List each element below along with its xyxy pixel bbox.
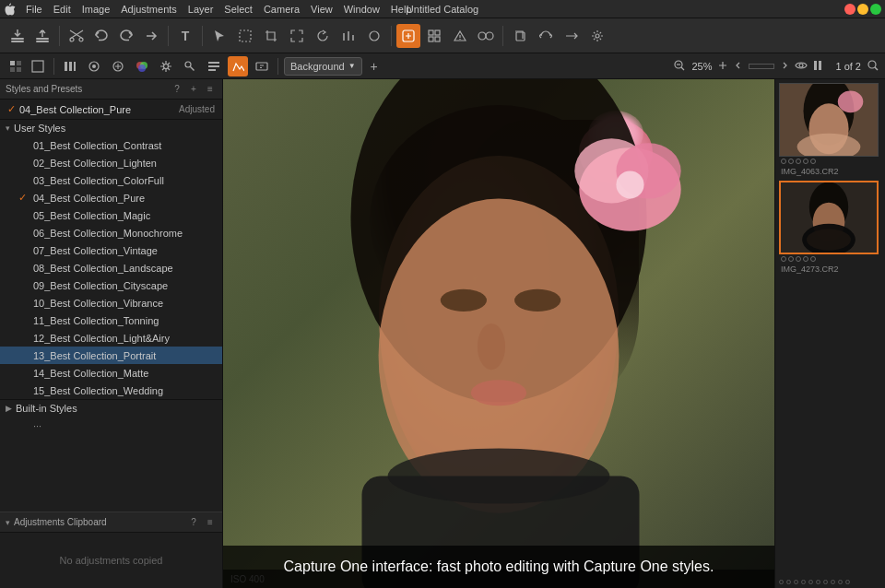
list-item[interactable]: 11_Best Collection_Tonning (0, 312, 222, 329)
zoom-in-icon[interactable] (717, 60, 728, 73)
zoom-out-icon[interactable] (673, 59, 686, 74)
styles-presets-section: Styles and Presets ? + ≡ ✓ 04_Best Colle… (0, 79, 222, 512)
svg-rect-35 (208, 65, 219, 67)
tab-metadata[interactable] (204, 56, 224, 76)
sync-tool[interactable] (534, 24, 558, 48)
export2-tool[interactable] (560, 24, 584, 48)
tab-details[interactable] (180, 56, 200, 76)
forward-button[interactable] (139, 24, 163, 48)
menu-select[interactable]: Select (218, 0, 258, 18)
tab-single-view[interactable] (28, 56, 48, 76)
film-dot (803, 159, 808, 164)
list-item-selected[interactable]: 13_Best Collection_Portrait (0, 347, 222, 364)
rotate-tool[interactable] (311, 24, 335, 48)
list-item[interactable]: 06_Best Collection_Monochrome (0, 224, 222, 241)
menu-window[interactable]: Window (338, 0, 385, 18)
tab-capture[interactable] (84, 56, 104, 76)
menu-camera[interactable]: Camera (258, 0, 305, 18)
clipboard-header[interactable]: ▾ Adjustments Clipboard ? ≡ (0, 512, 222, 533)
nav-dot (838, 580, 843, 584)
styles-help-icon[interactable]: ? (171, 83, 183, 96)
clipboard-help-icon[interactable]: ? (187, 516, 200, 529)
redo-button[interactable] (114, 24, 138, 48)
transform-tool[interactable] (285, 24, 309, 48)
warn-tool[interactable] (448, 24, 472, 48)
menu-image[interactable]: Image (77, 0, 116, 18)
list-item[interactable]: 01_Best Collection_Contrast (0, 136, 222, 154)
svg-point-59 (838, 91, 863, 113)
cursor-tool[interactable] (207, 24, 231, 48)
film-thumb-1[interactable] (779, 83, 879, 157)
list-item[interactable]: 09_Best Collection_Cityscape (0, 276, 222, 294)
styles-menu-icon[interactable]: ≡ (204, 83, 217, 96)
menu-view[interactable]: View (305, 0, 338, 18)
clipboard-menu-icon[interactable]: ≡ (204, 516, 217, 529)
film-thumb-2[interactable] (779, 181, 879, 254)
eye-icon[interactable] (795, 61, 808, 72)
background-selector[interactable]: Background ▼ (284, 57, 362, 76)
list-item[interactable]: ✓ 04_Best Collection_Pure (0, 189, 222, 206)
search-icon[interactable] (867, 59, 879, 74)
circle-tool[interactable] (362, 24, 386, 48)
menu-adjustments[interactable]: Adjustments (115, 0, 183, 18)
minimize-button[interactable] (857, 4, 868, 15)
svg-rect-20 (10, 67, 15, 72)
menu-file[interactable]: File (20, 0, 48, 18)
list-item[interactable]: 15_Best Collection_Wedding (0, 382, 222, 399)
current-preset-row[interactable]: ✓ 04_Best Collection_Pure Adjusted (0, 100, 222, 120)
film-item-1[interactable]: IMG_4063.CR2 (779, 83, 881, 177)
center-canvas[interactable]: ISO 400 Capture One interface: fast phot… (223, 79, 774, 588)
loop-tool[interactable] (474, 24, 498, 48)
nav-prev-icon[interactable] (734, 61, 743, 72)
styles-header-icons: ? + ≡ (171, 83, 217, 96)
copy-tool[interactable] (508, 24, 532, 48)
menu-edit[interactable]: Edit (48, 0, 77, 18)
user-styles-group[interactable]: ▾ User Styles (0, 120, 222, 136)
settings-tool[interactable] (585, 24, 609, 48)
tab-lens[interactable] (108, 56, 128, 76)
import-button[interactable] (6, 24, 30, 48)
pause-icon[interactable] (813, 60, 822, 73)
tab-color[interactable] (132, 56, 152, 76)
color-edit-tool[interactable] (396, 24, 420, 48)
list-item[interactable]: 14_Best Collection_Matte (0, 364, 222, 382)
close-button[interactable] (844, 4, 856, 15)
maximize-button[interactable] (870, 4, 881, 15)
svg-rect-4 (41, 30, 44, 31)
film-dots-2 (779, 254, 881, 264)
built-in-styles-group[interactable]: ▶ Built-in Styles (0, 399, 222, 417)
svg-rect-23 (65, 62, 67, 71)
photo-canvas (223, 79, 774, 588)
export-button[interactable] (30, 24, 54, 48)
film-item-2[interactable]: IMG_4273.CR2 (779, 181, 881, 275)
styles-add-icon[interactable]: + (187, 83, 200, 96)
item-name: 13_Best Collection_Portrait (33, 350, 156, 361)
tab-library[interactable] (60, 56, 80, 76)
tab-grid-view[interactable] (6, 56, 26, 76)
zoom-controls: 25% 1 of 2 (673, 59, 879, 74)
list-item[interactable]: 05_Best Collection_Magic (0, 206, 222, 224)
crop-tool[interactable] (259, 24, 283, 48)
tab-exposure[interactable] (156, 56, 176, 76)
undo-button[interactable] (89, 24, 113, 48)
item-name: 01_Best Collection_Contrast (33, 140, 161, 151)
tab-styles[interactable] (228, 56, 248, 76)
nav-dot (816, 580, 820, 584)
list-item[interactable]: 07_Best Collection_Vintage (0, 241, 222, 259)
list-item[interactable]: 10_Best Collection_Vibrance (0, 294, 222, 312)
text-tool[interactable]: T (173, 24, 197, 48)
list-item[interactable]: 03_Best Collection_ColorFull (0, 171, 222, 189)
toolbar: T (0, 18, 885, 53)
nav-next-icon[interactable] (780, 61, 789, 72)
list-item[interactable]: 12_Best Collection_Light&Airy (0, 329, 222, 347)
list-item[interactable]: 08_Best Collection_Landscape (0, 259, 222, 276)
menu-layer[interactable]: Layer (183, 0, 219, 18)
list-item[interactable]: 02_Best Collection_Lighten (0, 154, 222, 171)
select-rect-tool[interactable] (233, 24, 257, 48)
grid-tool[interactable] (422, 24, 446, 48)
tab-output[interactable] (252, 56, 272, 76)
cut-button[interactable] (65, 24, 88, 48)
add-view-button[interactable]: + (366, 58, 383, 75)
list-item[interactable]: ··· (0, 417, 222, 434)
levels-tool[interactable] (336, 24, 360, 48)
